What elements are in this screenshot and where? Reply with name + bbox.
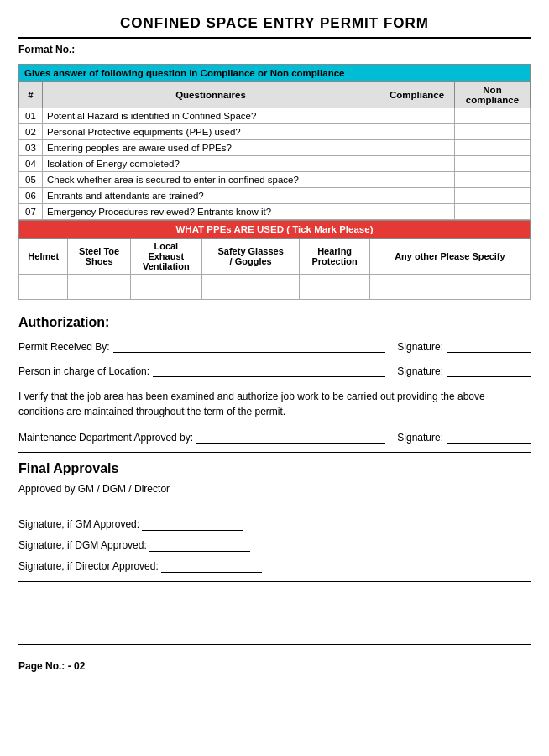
permit-received-line: Permit Received By: Signature: [18,340,531,353]
ppe-col-header: HearingProtection [300,239,369,275]
permit-received-label: Permit Received By: [18,341,110,353]
format-no-label: Format No.: [18,44,531,55]
dgm-sig-field[interactable] [149,539,250,552]
page-bottom-divider [18,644,531,645]
row-compliance [379,188,455,204]
ppe-col-header: Safety Glasses/ Goggles [201,239,300,275]
table-row: 01 Potential Hazard is identified in Con… [19,108,531,124]
table-row: 07 Emergency Procedures reviewed? Entran… [19,204,531,220]
dgm-sig-block: Signature, if DGM Approved: [18,539,531,552]
director-sig-block: Signature, if Director Approved: [18,560,531,573]
row-num: 01 [19,108,43,124]
signature-field-3[interactable] [447,431,531,444]
table-row: 03 Entering peoples are aware used of PP… [19,140,531,156]
row-question: Potential Hazard is identified in Confin… [43,108,379,124]
ppe-cell-hearing [300,275,369,300]
signature-field-1[interactable] [447,340,531,353]
director-sig-field[interactable] [161,560,262,573]
row-num: 04 [19,156,43,172]
final-title: Final Approvals [18,461,531,476]
row-non-compliance [455,188,531,204]
maintenance-dept-label: Maintenance Department Approved by: [18,432,193,444]
row-compliance [379,140,455,156]
ppe-cell-lev [130,275,201,300]
page-number: Page No.: - 02 [18,660,531,672]
table-row: 06 Entrants and attendants are trained? [19,188,531,204]
gm-sig-block: Signature, if GM Approved: [18,518,531,531]
dgm-sig-label: Signature, if DGM Approved: [18,539,147,551]
ppe-col-header: Any other Please Specify [369,239,530,275]
authorization-title: Authorization: [18,315,531,330]
row-non-compliance [455,204,531,220]
row-compliance [379,204,455,220]
signature-label-1: Signature: [397,341,443,353]
ppe-col-header: LocalExhaustVentilation [130,239,201,275]
person-in-charge-field[interactable] [153,365,385,377]
row-compliance [379,172,455,188]
row-question: Emergency Procedures reviewed? Entrants … [43,204,379,220]
row-question: Personal Protective equipments (PPE) use… [43,124,379,140]
signature-field-2[interactable] [447,365,531,377]
questionnaire-table: Gives answer of following question in Co… [18,64,531,220]
col-compliance: Compliance [379,82,455,108]
ppe-header: WHAT PPEs ARE USED ( Tick Mark Please) [19,221,531,239]
gm-sig-label: Signature, if GM Approved: [18,518,139,530]
row-non-compliance [455,124,531,140]
maintenance-line: Maintenance Department Approved by: Sign… [18,431,531,444]
gm-sig-field[interactable] [142,518,243,531]
row-question: Isolation of Energy completed? [43,156,379,172]
col-non-compliance: Non compliance [455,82,531,108]
divider-1 [18,452,531,453]
table-row: 02 Personal Protective equipments (PPE) … [19,124,531,140]
signature-label-3: Signature: [397,432,443,444]
table-row: 05 Check whether area is secured to ente… [19,172,531,188]
permit-received-field[interactable] [113,340,386,353]
ppe-cell-steeltoe [68,275,130,300]
questionnaire-header: Gives answer of following question in Co… [19,65,531,82]
row-non-compliance [455,172,531,188]
person-in-charge-line: Person in charge of Location: Signature: [18,365,531,377]
row-non-compliance [455,156,531,172]
row-num: 02 [19,124,43,140]
row-num: 05 [19,172,43,188]
ppe-table: WHAT PPEs ARE USED ( Tick Mark Please) H… [18,220,531,300]
row-num: 03 [19,140,43,156]
ppe-cell-glasses [201,275,300,300]
bottom-divider [18,581,531,582]
authorization-section: Authorization: Permit Received By: Signa… [18,315,531,444]
col-questionnaires: Questionnaires [43,82,379,108]
row-non-compliance [455,140,531,156]
final-approvals-section: Final Approvals Approved by GM / DGM / D… [18,461,531,573]
maintenance-field[interactable] [196,431,385,444]
row-question: Entering peoples are aware used of PPEs? [43,140,379,156]
row-compliance [379,156,455,172]
row-non-compliance [455,108,531,124]
verify-text: I verify that the job area has been exam… [18,389,531,419]
ppe-col-header: Steel ToeShoes [68,239,130,275]
row-num: 06 [19,188,43,204]
page-title: CONFINED SPACE ENTRY PERMIT FORM [18,15,531,39]
final-subtitle: Approved by GM / DGM / Director [18,483,531,495]
director-sig-label: Signature, if Director Approved: [18,560,159,572]
row-compliance [379,108,455,124]
ppe-cell-other [369,275,530,300]
table-row: 04 Isolation of Energy completed? [19,156,531,172]
person-in-charge-label: Person in charge of Location: [18,365,149,377]
ppe-col-header: Helmet [19,239,68,275]
col-num: # [19,82,43,108]
row-question: Check whether area is secured to enter i… [43,172,379,188]
signature-label-2: Signature: [397,365,443,377]
row-question: Entrants and attendants are trained? [43,188,379,204]
ppe-cell-helmet [19,275,68,300]
row-num: 07 [19,204,43,220]
row-compliance [379,124,455,140]
